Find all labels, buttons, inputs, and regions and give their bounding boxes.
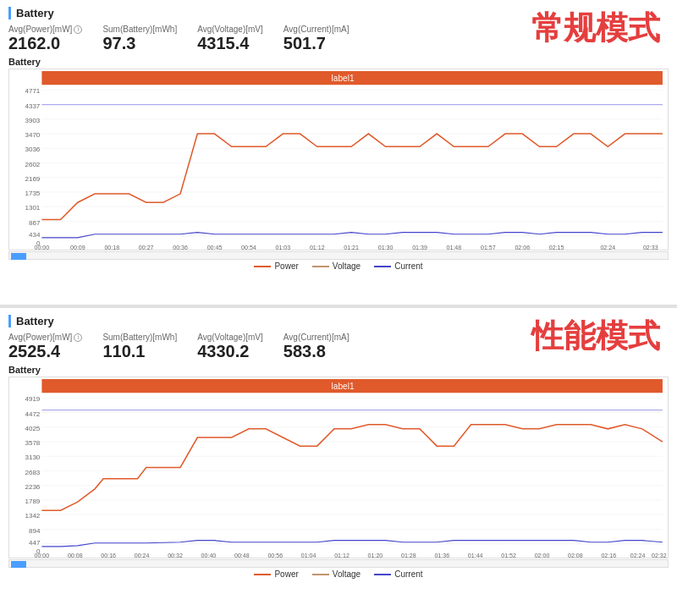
svg-text:label1: label1	[332, 74, 355, 83]
legend-line-power-1	[254, 266, 271, 267]
svg-text:4472: 4472	[25, 410, 40, 418]
svg-text:3470: 3470	[25, 131, 40, 139]
chart-title-1: Battery	[8, 57, 669, 67]
stat-battery-1-label: Sum(Battery)[mWh]	[102, 25, 177, 34]
svg-text:02:15: 02:15	[549, 245, 564, 250]
legend-voltage-2: Voltage	[312, 569, 361, 579]
stat-power-2-value: 2525.4	[8, 342, 82, 361]
svg-text:867: 867	[29, 219, 41, 227]
stat-current-1: Avg(Current)[mA] 501.7	[283, 25, 350, 53]
svg-text:2169: 2169	[25, 175, 40, 183]
svg-text:00:08: 00:08	[68, 553, 83, 558]
stat-battery-1-value: 97.3	[102, 34, 177, 53]
chart-container-1: label1 4771 4337 3903 3470 3036 2602 216…	[8, 69, 669, 250]
stat-voltage-2: Avg(Voltage)[mV] 4330.2	[197, 333, 263, 361]
svg-text:4771: 4771	[25, 87, 40, 95]
svg-text:894: 894	[29, 527, 41, 535]
svg-text:01:21: 01:21	[344, 245, 359, 250]
stat-current-1-value: 501.7	[283, 34, 350, 53]
svg-text:1301: 1301	[25, 204, 40, 212]
stat-power-1-label: Avg(Power)[mW] i	[8, 25, 82, 34]
svg-text:00:36: 00:36	[173, 245, 188, 250]
svg-text:434: 434	[29, 231, 41, 239]
svg-text:02:08: 02:08	[568, 553, 583, 558]
svg-text:1735: 1735	[25, 190, 40, 197]
legend-2: Power Voltage Current	[8, 569, 669, 579]
legend-line-voltage-2	[312, 574, 329, 575]
scrollbar-1[interactable]	[8, 251, 669, 260]
legend-power-2: Power	[254, 569, 298, 579]
scrollbar-2[interactable]	[8, 559, 669, 568]
legend-line-voltage-1	[312, 266, 329, 267]
svg-text:3130: 3130	[25, 454, 40, 461]
stat-voltage-1-value: 4315.4	[197, 34, 263, 53]
stat-power-1: Avg(Power)[mW] i 2162.0	[8, 25, 82, 53]
svg-text:4025: 4025	[25, 425, 40, 432]
stat-voltage-1: Avg(Voltage)[mV] 4315.4	[197, 25, 263, 53]
legend-power-1: Power	[254, 261, 298, 271]
panel-2: Battery Avg(Power)[mW] i 2525.4 Sum(Batt…	[0, 308, 677, 616]
svg-text:2236: 2236	[25, 483, 40, 491]
svg-text:00:27: 00:27	[139, 245, 154, 250]
stat-power-1-value: 2162.0	[8, 34, 82, 53]
stat-battery-2-label: Sum(Battery)[mWh]	[102, 333, 177, 342]
svg-text:label1: label1	[332, 382, 355, 391]
svg-text:3036: 3036	[25, 146, 40, 153]
stat-power-2-label: Avg(Power)[mW] i	[8, 333, 82, 342]
svg-text:00:24: 00:24	[135, 553, 150, 558]
svg-text:4919: 4919	[25, 395, 40, 403]
scrollbar-thumb-2[interactable]	[11, 561, 26, 568]
info-icon-1: i	[74, 25, 82, 34]
svg-text:02:06: 02:06	[515, 245, 530, 250]
svg-text:01:20: 01:20	[368, 553, 383, 558]
svg-text:01:12: 01:12	[334, 553, 350, 558]
svg-text:01:57: 01:57	[481, 245, 496, 250]
svg-text:00:00: 00:00	[35, 553, 50, 558]
svg-text:01:30: 01:30	[378, 245, 394, 250]
legend-1: Power Voltage Current	[8, 261, 669, 271]
stat-battery-1: Sum(Battery)[mWh] 97.3	[102, 25, 177, 53]
svg-text:01:03: 01:03	[275, 245, 290, 250]
stat-battery-2-value: 110.1	[102, 342, 177, 361]
stat-power-2: Avg(Power)[mW] i 2525.4	[8, 333, 82, 361]
svg-text:1342: 1342	[25, 512, 40, 520]
svg-text:01:48: 01:48	[447, 245, 462, 250]
legend-voltage-1: Voltage	[312, 261, 361, 271]
svg-text:00:18: 00:18	[104, 245, 119, 250]
legend-current-2: Current	[374, 569, 422, 579]
svg-text:2683: 2683	[25, 469, 40, 476]
stat-current-2-value: 583.8	[283, 342, 350, 361]
svg-text:00:48: 00:48	[234, 553, 250, 558]
stat-voltage-2-value: 4330.2	[197, 342, 263, 361]
svg-text:02:00: 02:00	[535, 553, 550, 558]
stat-voltage-1-label: Avg(Voltage)[mV]	[197, 25, 263, 34]
svg-text:2602: 2602	[25, 161, 40, 168]
svg-text:01:12: 01:12	[310, 245, 325, 250]
svg-text:00:32: 00:32	[168, 553, 183, 558]
svg-text:01:44: 01:44	[468, 553, 483, 558]
scrollbar-thumb-1[interactable]	[11, 253, 26, 260]
svg-text:01:04: 01:04	[301, 553, 316, 558]
svg-text:01:39: 01:39	[412, 245, 427, 250]
legend-current-1: Current	[374, 261, 422, 271]
svg-text:02:32: 02:32	[652, 553, 667, 558]
svg-text:01:28: 01:28	[401, 553, 416, 558]
svg-text:00:54: 00:54	[241, 245, 256, 250]
stat-current-2-label: Avg(Current)[mA]	[283, 333, 350, 342]
svg-text:4337: 4337	[25, 102, 40, 110]
stat-voltage-2-label: Avg(Voltage)[mV]	[197, 333, 263, 342]
chart-container-2: label1 4919 4472 4025 3578 3130 2683 223…	[8, 377, 669, 558]
stat-current-1-label: Avg(Current)[mA]	[283, 25, 350, 34]
svg-text:01:52: 01:52	[501, 553, 516, 558]
mode-label-1: 常规模式	[531, 7, 660, 50]
stat-battery-2: Sum(Battery)[mWh] 110.1	[102, 333, 177, 361]
svg-text:00:09: 00:09	[70, 245, 85, 250]
svg-text:01:36: 01:36	[434, 553, 449, 558]
svg-text:3903: 3903	[25, 117, 40, 124]
svg-text:02:24: 02:24	[600, 245, 615, 250]
legend-line-power-2	[254, 574, 271, 575]
legend-line-current-1	[374, 266, 391, 267]
svg-text:447: 447	[29, 539, 41, 547]
panel-1: Battery Avg(Power)[mW] i 2162.0 Sum(Batt…	[0, 0, 677, 308]
chart-title-2: Battery	[8, 365, 669, 375]
